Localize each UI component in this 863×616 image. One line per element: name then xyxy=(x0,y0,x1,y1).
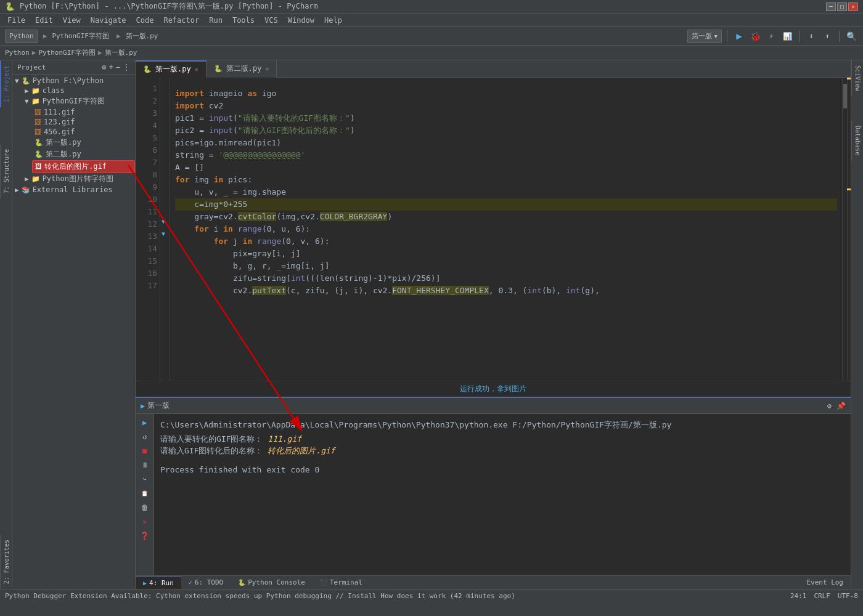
breadcrumb-file[interactable]: 第一版.py xyxy=(105,48,137,57)
pythongif-folder-icon: 📁 xyxy=(31,97,40,105)
project-collapse-icon[interactable]: − xyxy=(116,63,120,71)
tree-item-123gif[interactable]: 🖼 123.gif xyxy=(32,117,135,127)
profile-button[interactable]: 📊 xyxy=(780,30,794,43)
run-btn[interactable]: ▶ xyxy=(139,416,151,429)
second-py-label: 第二版.py xyxy=(46,149,81,160)
menu-help[interactable]: Help xyxy=(319,15,347,26)
bottom-panel-header: ▶ 第一版 ⚙ 📌 xyxy=(136,398,851,414)
class-label: class xyxy=(43,86,65,95)
toolbar-separator-1 xyxy=(727,31,727,42)
coverage-button[interactable]: ⚡ xyxy=(764,30,778,43)
bottom-run-tabs: ▶ 4: Run ✓ 6: TODO 🐍 Python Console ⬛ Te… xyxy=(136,575,851,589)
code-line-17: cv2.putText(c, zifu, (j, i), cv2.FONT_HE… xyxy=(175,285,837,297)
tree-item-456gif[interactable]: 🖼 456.gif xyxy=(32,127,135,137)
debug-button[interactable]: 🐞 xyxy=(748,30,762,43)
ext-libs-icon: 📚 xyxy=(22,186,30,194)
run-tab-python-console[interactable]: 🐍 Python Console xyxy=(231,576,313,590)
ext-libs-label: External Libraries xyxy=(33,185,113,194)
breadcrumb-dir[interactable]: PythonGIF字符图 xyxy=(38,48,96,57)
filter-btn[interactable]: ✕ xyxy=(139,516,151,528)
tab2-close[interactable]: ✕ xyxy=(265,65,269,72)
run-tab-terminal[interactable]: ⬛ Terminal xyxy=(313,576,370,590)
editor-tab-first-py[interactable]: 🐍 第一版.py ✕ xyxy=(136,60,207,78)
project-panel: Project ⚙ + − ⋮ ▼ 🐍 Python F:\Python ▶ 📁… xyxy=(12,60,136,589)
456gif-file-icon: 🖼 xyxy=(35,128,41,136)
code-line-4: pic2 = input("请输入GIF图转化后的名称：") xyxy=(175,124,837,137)
tab1-close[interactable]: ✕ xyxy=(195,66,198,73)
run-tab-run[interactable]: ▶ 4: Run xyxy=(136,576,181,590)
menu-edit[interactable]: Edit xyxy=(30,15,58,26)
run-process-end: Process finished with exit code 0 xyxy=(160,464,846,476)
minimap xyxy=(842,78,847,381)
right-sidebar-sciview[interactable]: SciView xyxy=(851,60,863,96)
project-options-icon[interactable]: ⋮ xyxy=(123,63,130,71)
sidebar-label-favorites[interactable]: 2: Favorites xyxy=(0,535,12,589)
tree-item-img-convert[interactable]: ▶ 📁 Python图片转字符图 xyxy=(22,173,135,185)
code-area[interactable]: import imageio as igo import cv2 pic1 = … xyxy=(170,78,842,381)
menu-tools[interactable]: Tools xyxy=(227,15,260,26)
menu-refactor[interactable]: Refactor xyxy=(158,15,204,26)
code-line-10: c=img*0+255 xyxy=(175,198,837,211)
status-encoding: UTF-8 xyxy=(838,592,858,600)
code-line-9: u, v, _ = img.shape xyxy=(175,186,837,198)
menu-navigate[interactable]: Navigate xyxy=(86,15,131,26)
tree-item-111gif[interactable]: 🖼 111.gif xyxy=(32,107,135,117)
close-button[interactable]: ✕ xyxy=(848,2,858,11)
project-expand-icon[interactable]: + xyxy=(109,63,113,71)
rerun-btn[interactable]: ↺ xyxy=(139,431,151,443)
run-button[interactable]: ▶ xyxy=(732,30,746,43)
tree-item-pythongif[interactable]: ▼ 📁 PythonGIF字符图 xyxy=(22,95,135,107)
vcs-commit-button[interactable]: ⬆ xyxy=(820,30,834,43)
menu-window[interactable]: Window xyxy=(283,15,319,26)
minimize-button[interactable]: ─ xyxy=(826,2,836,11)
menu-run[interactable]: Run xyxy=(204,15,227,26)
project-settings-icon[interactable]: ⚙ xyxy=(102,63,106,71)
tree-item-first-py[interactable]: 🐍 第一版.py xyxy=(32,137,135,148)
tree-item-python-root[interactable]: ▼ 🐍 Python F:\Python xyxy=(12,76,135,86)
run-tab-console-label: Python Console xyxy=(248,578,305,586)
vcs-update-button[interactable]: ⬇ xyxy=(804,30,818,43)
project-label[interactable]: Python xyxy=(5,30,38,43)
right-sidebar-database[interactable]: Database xyxy=(851,121,863,160)
line-numbers: 1234567891011121314151617 xyxy=(136,78,160,381)
tree-item-output-gif[interactable]: 🖼 转化后的图片.gif xyxy=(32,160,135,173)
sidebar-label-project[interactable]: 1: Project xyxy=(0,60,12,107)
event-log-link[interactable]: Event Log xyxy=(799,577,851,588)
tree-item-second-py[interactable]: 🐍 第二版.py xyxy=(32,148,135,160)
menu-code[interactable]: Code xyxy=(131,15,159,26)
maximize-button[interactable]: □ xyxy=(837,2,847,11)
menu-vcs[interactable]: VCS xyxy=(260,15,283,26)
clear-btn[interactable]: 🗑 xyxy=(139,501,151,514)
version-button[interactable]: 第一版 ▼ xyxy=(687,30,722,43)
step-btn[interactable]: ⤷ xyxy=(139,473,151,485)
stop-btn[interactable]: ■ xyxy=(139,445,151,457)
editor-tab-second-py[interactable]: 🐍 第二版.py ✕ xyxy=(207,60,277,78)
tab2-label: 第二版.py xyxy=(226,63,262,74)
run-tab-todo[interactable]: ✓ 6: TODO xyxy=(181,576,231,590)
breadcrumb-python[interactable]: Python xyxy=(5,49,30,57)
run-tab-todo-label: 6: TODO xyxy=(195,578,223,586)
scroll-btn[interactable]: 📋 xyxy=(139,487,151,500)
editor-area: 1234567891011121314151617 ▼ ▼ import ima… xyxy=(136,78,851,381)
menu-file[interactable]: File xyxy=(2,15,30,26)
tree-item-ext-libs[interactable]: ▶ 📚 External Libraries xyxy=(12,185,135,195)
code-line-8: for img in pics: xyxy=(175,174,837,186)
menu-view[interactable]: View xyxy=(58,15,86,26)
bottom-panel-settings-icon[interactable]: ⚙ xyxy=(827,402,832,410)
sidebar-label-structure[interactable]: 7: Structure xyxy=(0,144,12,198)
bottom-panel-actions: ⚙ 📌 xyxy=(827,402,846,410)
close-btn[interactable]: ❓ xyxy=(139,530,151,542)
bottom-panel-pin-icon[interactable]: 📌 xyxy=(836,402,846,410)
run-tab-header: ▶ 第一版 xyxy=(141,400,170,411)
search-everywhere-button[interactable]: 🔍 xyxy=(845,30,858,43)
run-output[interactable]: ▶ ↺ ■ ⏸ ⤷ 📋 🗑 ✕ ❓ C:\Users\Administrator… xyxy=(136,414,851,575)
code-line-16: zifu=string[int(((len(string)-1)*pix)/25… xyxy=(175,272,837,285)
tab2-icon: 🐍 xyxy=(214,65,223,73)
status-position: 24:1 xyxy=(790,592,807,600)
output-gif-label: 转化后的图片.gif xyxy=(44,161,107,172)
project-panel-header: Project ⚙ + − ⋮ xyxy=(12,60,135,75)
pause-btn[interactable]: ⏸ xyxy=(139,459,151,471)
main-area: 1: Project 7: Structure 2: Favorites Pro… xyxy=(0,60,863,589)
breadcrumb: Python ▶ PythonGIF字符图 ▶ 第一版.py xyxy=(0,46,863,60)
tree-item-class[interactable]: ▶ 📁 class xyxy=(22,86,135,95)
